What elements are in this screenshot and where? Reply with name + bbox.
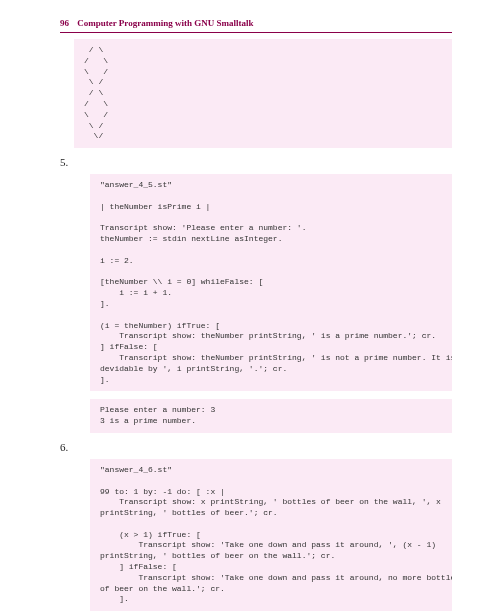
page-number: 96 bbox=[60, 18, 69, 28]
diamond-art-block: / \ / \ \ / \ / / \ / \ \ / \ / \/ bbox=[74, 39, 452, 148]
book-title: Computer Programming with GNU Smalltalk bbox=[77, 18, 253, 28]
page-container: 96 Computer Programming with GNU Smallta… bbox=[0, 0, 500, 614]
code-block-answer-4-5: "answer_4_5.st" | theNumber isPrime i | … bbox=[90, 174, 452, 391]
item-number-5: 5. bbox=[60, 156, 452, 168]
code-block-answer-4-6: "answer_4_6.st" 99 to: 1 by: -1 do: [ :x… bbox=[90, 459, 452, 611]
running-header: 96 Computer Programming with GNU Smallta… bbox=[60, 18, 452, 33]
item-number-6: 6. bbox=[60, 441, 452, 453]
output-block-5: Please enter a number: 3 3 is a prime nu… bbox=[90, 399, 452, 433]
